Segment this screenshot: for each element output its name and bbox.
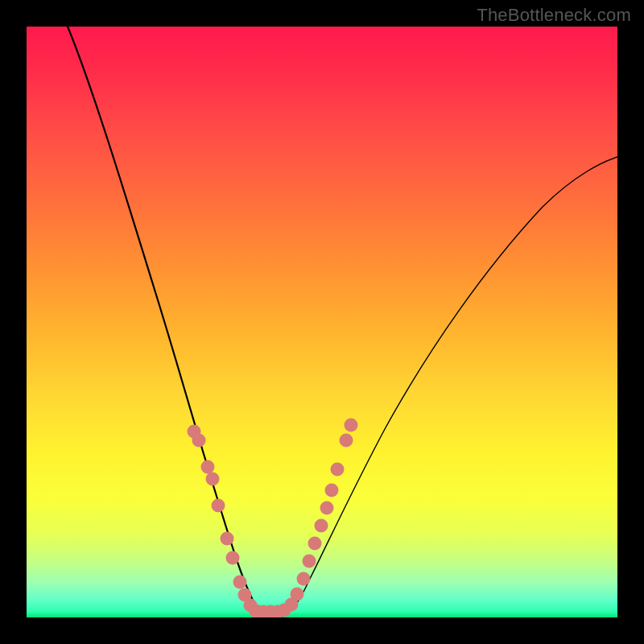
svg-point-5 [221, 532, 234, 546]
frame-border: TheBottleneck.com [0, 0, 644, 644]
svg-point-18 [303, 555, 316, 568]
svg-point-6 [226, 551, 240, 565]
svg-point-21 [320, 502, 334, 515]
svg-point-23 [331, 463, 345, 477]
svg-point-25 [345, 419, 358, 432]
svg-point-3 [206, 473, 220, 486]
svg-point-22 [325, 484, 339, 497]
svg-point-19 [308, 537, 322, 551]
svg-point-24 [340, 434, 353, 448]
bottleneck-curve-right [281, 157, 617, 617]
svg-point-4 [212, 499, 225, 513]
svg-point-16 [291, 588, 304, 601]
bottleneck-curve-left [68, 27, 273, 617]
svg-point-17 [297, 572, 311, 586]
svg-point-20 [315, 519, 328, 533]
watermark-text: TheBottleneck.com [477, 5, 631, 26]
curve-overlay [27, 27, 617, 617]
plot-area [27, 27, 617, 617]
highlight-dots-right [278, 419, 358, 617]
svg-point-7 [233, 576, 247, 589]
svg-point-1 [192, 434, 206, 448]
svg-point-2 [201, 460, 215, 474]
highlight-dots-left [188, 425, 285, 618]
